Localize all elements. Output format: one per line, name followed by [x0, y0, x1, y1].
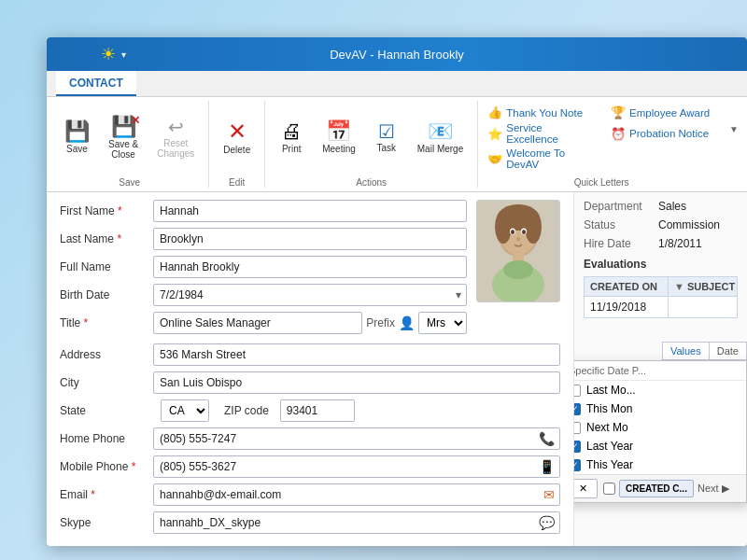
contact-fields: Home Phone 📞 Mobile Phone * 📱	[60, 427, 560, 534]
ribbon-tabs: CONTACT	[47, 71, 747, 97]
thank-you-label: Thank You Note	[506, 107, 583, 119]
meeting-button[interactable]: 📅 Meeting	[314, 117, 364, 159]
mail-merge-button[interactable]: 📧 Mail Merge	[409, 117, 472, 159]
this-month-row[interactable]: ✓ This Mon	[574, 399, 746, 418]
welcome-label: Welcome To DevAV	[506, 147, 592, 170]
last-year-row[interactable]: ✓ Last Year	[574, 437, 746, 455]
quick-letters-scroll[interactable]: ▼	[726, 101, 741, 157]
next-label[interactable]: Next ▶	[698, 483, 729, 495]
status-row: Status Commission	[584, 218, 738, 231]
zip-label: ZIP code	[224, 404, 269, 417]
hire-date-value: 1/8/2011	[658, 237, 702, 250]
info-panel: Department Sales Status Commission Hire …	[574, 192, 747, 546]
title-bar-left: ☀ ▾	[101, 44, 126, 64]
hire-date-row: Hire Date 1/8/2011	[584, 237, 738, 250]
svg-point-4	[495, 210, 512, 244]
skype-input[interactable]	[153, 511, 560, 534]
created-checkbox[interactable]	[603, 483, 615, 495]
prefix-select[interactable]: Mrs Mr Ms Dr	[418, 312, 467, 334]
email-input[interactable]	[153, 483, 560, 506]
tab-contact[interactable]: CONTACT	[56, 71, 136, 96]
cancel-filter-button[interactable]: ✕	[574, 479, 598, 498]
address-input[interactable]	[153, 343, 560, 366]
last-name-input[interactable]	[153, 228, 467, 250]
save-close-button[interactable]: 💾 ✕ Save &Close	[100, 112, 147, 164]
ql-employee-award[interactable]: 🏆 Employee Award	[611, 105, 715, 120]
print-button[interactable]: 🖨 Print	[271, 117, 312, 159]
city-label: City	[60, 376, 153, 389]
birth-date-input[interactable]	[153, 284, 467, 306]
home-phone-input[interactable]	[153, 427, 560, 450]
employee-award-label: Employee Award	[629, 107, 710, 119]
task-button[interactable]: ☑ Task	[366, 118, 407, 158]
ribbon-group-actions: 🖨 Print 📅 Meeting ☑ Task 📧 Mail Merge Ac…	[267, 101, 478, 188]
date-tab[interactable]: Date	[710, 343, 746, 359]
status-value: Commission	[658, 218, 720, 231]
address-row: Address	[60, 343, 560, 366]
ribbon-group-edit: ✕ Delete Edit	[211, 101, 265, 188]
mobile-phone-input[interactable]	[153, 455, 560, 478]
evaluations-section: Evaluations CREATED ON ▼ SUBJECT 11/19/2…	[584, 258, 738, 318]
full-name-label: Full Name	[60, 260, 153, 273]
specific-date-label: Specific Date P...	[574, 361, 746, 381]
ql-thank-you[interactable]: 👍 Thank You Note	[487, 105, 592, 120]
top-form-area: First Name * Last Name *	[60, 200, 560, 340]
title-row: Title * Prefix 👤 Mrs Mr Ms Dr	[60, 312, 467, 334]
this-year-row[interactable]: ✓ This Year	[574, 455, 746, 474]
next-month-row[interactable]: Next Mo	[574, 418, 746, 437]
created-button[interactable]: CREATED C...	[619, 480, 694, 497]
this-month-label: This Mon	[586, 402, 632, 415]
last-month-label: Last Mo...	[586, 384, 636, 397]
svg-point-5	[525, 210, 542, 244]
next-month-checkbox[interactable]	[574, 422, 581, 434]
photo-svg	[477, 201, 559, 301]
zip-input[interactable]	[280, 399, 355, 422]
first-name-input[interactable]	[153, 200, 467, 222]
title-input[interactable]	[153, 312, 362, 334]
filter-col[interactable]: ▼ SUBJECT	[669, 277, 740, 296]
delete-button[interactable]: ✕ Delete	[215, 116, 259, 160]
eval-subj-1	[669, 297, 680, 317]
city-row: City	[60, 371, 560, 394]
last-month-row[interactable]: Last Mo...	[574, 381, 746, 399]
mail-merge-icon: 📧	[428, 121, 453, 142]
form-panel: First Name * Last Name *	[47, 192, 574, 546]
eval-table-header: CREATED ON ▼ SUBJECT	[584, 276, 738, 297]
birth-date-row: Birth Date ▾	[60, 284, 467, 306]
city-wrapper	[153, 371, 560, 394]
eval-tabs: Values Date	[662, 342, 747, 360]
reset-button[interactable]: ↩ ResetChanges	[148, 113, 203, 163]
content-area: First Name * Last Name *	[47, 192, 747, 546]
ql-welcome[interactable]: 🤝 Welcome To DevAV	[487, 147, 592, 171]
dropdown-arrow[interactable]: ▾	[121, 49, 126, 60]
employee-award-icon: 🏆	[611, 105, 626, 119]
next-month-label: Next Mo	[586, 421, 628, 434]
contact-photo	[476, 200, 560, 302]
window-title: DevAV - Hannah Brookly	[330, 48, 464, 62]
quick-letters-content: 👍 Thank You Note 🏆 Employee Award ⭐ Serv…	[484, 101, 719, 175]
last-month-checkbox[interactable]	[574, 385, 581, 397]
svg-point-11	[511, 230, 514, 234]
last-year-checkbox[interactable]: ✓	[574, 441, 581, 453]
ql-service-excellence[interactable]: ⭐ Service Excellence	[487, 121, 592, 146]
address-label: Address	[60, 348, 153, 361]
name-fields: First Name * Last Name *	[60, 200, 467, 340]
full-name-wrapper	[153, 256, 467, 278]
city-input[interactable]	[153, 371, 560, 394]
full-name-input[interactable]	[153, 256, 467, 278]
ql-probation-notice[interactable]: ⏰ Probation Notice	[611, 121, 715, 146]
dropdown-overlay: Specific Date P... Last Mo... ✓ This Mon…	[574, 360, 747, 503]
values-tab[interactable]: Values	[663, 343, 710, 359]
last-year-label: Last Year	[586, 440, 633, 453]
evaluations-title: Evaluations	[584, 258, 738, 271]
save-button[interactable]: 💾 Save	[56, 117, 98, 159]
department-label: Department	[584, 200, 658, 213]
save-close-label: Save &Close	[108, 139, 138, 160]
print-icon: 🖨	[281, 121, 302, 142]
state-select[interactable]: CA	[161, 399, 209, 422]
title-bar: ☀ ▾ DevAV - Hannah Brookly	[47, 37, 747, 71]
this-month-checkbox[interactable]: ✓	[574, 403, 581, 415]
first-name-label: First Name *	[60, 204, 153, 217]
this-year-checkbox[interactable]: ✓	[574, 459, 581, 471]
main-window: ☀ ▾ DevAV - Hannah Brookly CONTACT 💾 Sav…	[47, 37, 747, 546]
